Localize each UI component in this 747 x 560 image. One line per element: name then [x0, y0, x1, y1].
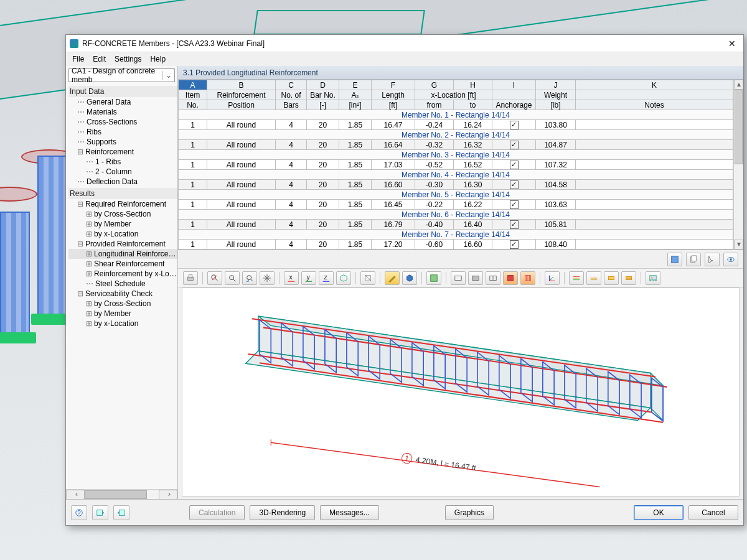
grid-cell[interactable]: 16.52 [454, 160, 492, 170]
next-table-icon[interactable] [113, 505, 129, 520]
scroll-right-icon[interactable]: › [159, 490, 177, 500]
grid-cell[interactable]: 4 [276, 140, 307, 150]
scroll-up-icon[interactable]: ▴ [734, 80, 743, 90]
grid-cell[interactable]: 16.32 [454, 140, 492, 150]
menu-help[interactable]: Help [150, 55, 166, 63]
copy-icon[interactable] [686, 253, 701, 266]
tree-item[interactable]: ⋯General Data [68, 97, 177, 107]
help-icon[interactable]: ? [71, 505, 87, 520]
tree-item[interactable]: ⊞by x-Location [68, 319, 177, 329]
graphics-button[interactable]: Graphics [445, 505, 494, 520]
member-header[interactable]: Member No. 1 - Rectangle 14/14 [179, 110, 733, 120]
bar-dims-icon[interactable] [586, 271, 601, 285]
grid-cell[interactable]: 1 [179, 160, 207, 170]
grid-cell[interactable]: 16.79 [372, 220, 415, 230]
edit-rebar-icon[interactable] [667, 253, 682, 266]
grid-cell[interactable] [576, 140, 733, 150]
cancel-button[interactable]: Cancel [688, 505, 738, 520]
grid-cell[interactable]: 20 [307, 220, 339, 230]
tree-item[interactable]: ⋯Materials [68, 107, 177, 117]
scroll-thumb[interactable] [85, 490, 147, 499]
grid-cell[interactable]: All round [207, 160, 276, 170]
stirrup-b-icon[interactable] [621, 271, 636, 285]
grid-cell[interactable] [576, 200, 733, 210]
grid-cell[interactable]: All round [207, 240, 276, 250]
grid-cell[interactable]: 1 [179, 140, 207, 150]
titlebar[interactable]: RF-CONCRETE Members - [CSA A23.3 Webinar… [66, 35, 743, 52]
member-header[interactable]: Member No. 3 - Rectangle 14/14 [179, 150, 733, 160]
grid-cell[interactable]: -0.30 [415, 180, 454, 190]
stirrup-a-icon[interactable] [604, 271, 619, 285]
view-y-icon[interactable]: y [301, 271, 316, 285]
design-case-combo[interactable]: CA1 - Design of concrete memb ⌄ [68, 68, 175, 82]
grid-cell[interactable]: 1.85 [339, 120, 372, 130]
render-style-a-icon[interactable] [503, 271, 518, 285]
grid-cell[interactable]: 20 [307, 160, 339, 170]
member-header[interactable]: Member No. 5 - Rectangle 14/14 [179, 190, 733, 200]
3d-rendering-button[interactable]: 3D-Rendering [250, 505, 315, 520]
grid-cell[interactable]: 4 [276, 200, 307, 210]
grid-cell[interactable]: 1 [179, 240, 207, 250]
grid-cell[interactable]: 20 [307, 180, 339, 190]
grid-cell[interactable]: 16.40 [454, 220, 492, 230]
tree-item[interactable]: ⊞by Cross-Section [68, 299, 177, 309]
grid-cell[interactable]: 17.20 [372, 240, 415, 250]
tree-item[interactable]: ⊟Required Reinforcement [68, 199, 177, 209]
anchorage-check[interactable] [510, 200, 519, 209]
grid-cell[interactable] [576, 120, 733, 130]
scroll-thumb[interactable] [735, 90, 743, 164]
grid-cell[interactable]: 20 [307, 140, 339, 150]
grid-cell[interactable] [492, 220, 536, 230]
grid-cell[interactable]: 16.30 [454, 180, 492, 190]
edit-rebar-button[interactable] [385, 271, 400, 285]
grid-cell[interactable]: 104.58 [536, 180, 576, 190]
grid-cell[interactable]: 1.85 [339, 220, 372, 230]
grid-cell[interactable]: 1 [179, 200, 207, 210]
grid-cell[interactable]: 16.47 [372, 120, 415, 130]
anchorage-check[interactable] [510, 240, 519, 249]
anchorage-check[interactable] [510, 121, 519, 129]
tree-item[interactable]: ⊟Serviceability Check [68, 289, 177, 299]
menu-edit[interactable]: Edit [93, 55, 106, 63]
grid-cell[interactable]: -0.60 [415, 240, 454, 250]
grid-cell[interactable]: 4 [276, 160, 307, 170]
grid-cell[interactable]: 20 [307, 240, 339, 250]
tree-item[interactable]: ⊞by Member [68, 309, 177, 319]
anchorage-check[interactable] [510, 141, 519, 149]
grid-cell[interactable]: -0.22 [415, 200, 454, 210]
grid-cell[interactable] [576, 160, 733, 170]
bar-labels-icon[interactable] [569, 271, 584, 285]
pan-icon[interactable] [260, 271, 275, 285]
iso-view-icon[interactable] [336, 271, 351, 285]
tree-item[interactable]: ⋯Deflection Data [68, 177, 177, 187]
picture-icon[interactable] [646, 271, 660, 285]
axis-icon[interactable] [545, 271, 560, 285]
view-icon[interactable] [723, 253, 738, 266]
grid-cell[interactable]: All round [207, 200, 276, 210]
grid-cell[interactable]: All round [207, 180, 276, 190]
grid-cell[interactable]: 4 [276, 120, 307, 130]
grid-cell[interactable]: 1 [179, 220, 207, 230]
zoom-previous-icon[interactable] [242, 271, 257, 285]
tree-item[interactable]: ⊞by x-Location [68, 229, 177, 239]
render-style-b-icon[interactable] [520, 271, 535, 285]
grid-cell[interactable]: 4 [276, 240, 307, 250]
grid-cell[interactable]: 16.60 [372, 180, 415, 190]
grid-cell[interactable] [492, 120, 536, 130]
wire-icon[interactable] [451, 271, 466, 285]
grid-vscroll[interactable]: ▴ ▾ [733, 80, 743, 250]
scroll-left-icon[interactable]: ‹ [66, 490, 85, 500]
navigator-tree[interactable]: Input Data ⋯General Data ⋯Materials ⋯Cro… [66, 83, 177, 489]
grid-cell[interactable]: 4 [276, 220, 307, 230]
section-icon[interactable] [360, 271, 375, 285]
tree-item[interactable]: ⊟Provided Reinforcement [68, 239, 177, 249]
grid-cell[interactable]: 17.03 [372, 160, 415, 170]
tree-item[interactable]: ⊞by Cross-Section [68, 209, 177, 219]
grid-cell[interactable] [492, 140, 536, 150]
grid-cell[interactable]: 1 [179, 180, 207, 190]
grid-cell[interactable]: -0.40 [415, 220, 454, 230]
sidebar-hscroll[interactable]: ‹ › [66, 489, 177, 499]
grid-cell[interactable]: 103.80 [536, 120, 576, 130]
grid-cell[interactable] [576, 180, 733, 190]
grid-cell[interactable]: All round [207, 140, 276, 150]
